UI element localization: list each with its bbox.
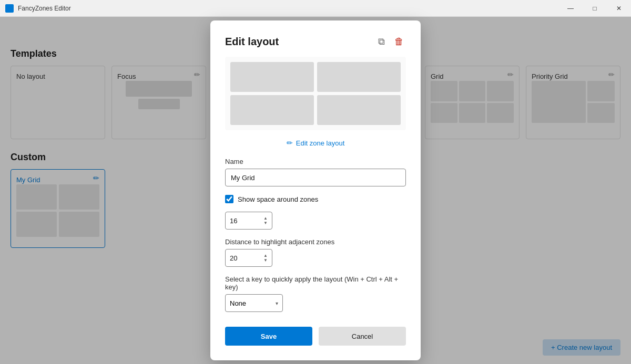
edit-layout-modal: Edit layout ⧉ 🗑 ✏ Edit zone layout Name [210, 20, 421, 360]
app-icon [5, 4, 14, 13]
distance-up-arrow[interactable]: ▲ [263, 254, 268, 258]
modal-action-icons: ⧉ 🗑 [376, 35, 406, 48]
app-area: 1 Templates No layout Focus ✏ [0, 17, 631, 364]
preview-cell-4 [317, 95, 401, 125]
show-space-label: Show space around zones [238, 195, 318, 203]
name-input[interactable] [225, 169, 406, 186]
copy-layout-button[interactable]: ⧉ [376, 35, 387, 48]
save-button[interactable]: Save [225, 327, 312, 346]
space-up-arrow[interactable]: ▲ [263, 216, 268, 221]
name-label: Name [225, 158, 406, 165]
delete-layout-button[interactable]: 🗑 [392, 35, 406, 48]
key-select-value: None [230, 299, 246, 307]
cancel-button[interactable]: Cancel [319, 327, 406, 346]
distance-down-arrow[interactable]: ▼ [263, 258, 268, 263]
modal-header: Edit layout ⧉ 🗑 [225, 35, 406, 48]
key-select[interactable]: None ▾ [225, 294, 283, 312]
modal-title: Edit layout [225, 36, 279, 48]
minimize-button[interactable]: — [558, 0, 583, 17]
modal-footer: Save Cancel [225, 327, 406, 346]
app-title: FancyZones Editor [18, 5, 71, 12]
key-select-label: Select a key to quickly apply the layout… [225, 275, 406, 291]
preview-cell-2 [317, 62, 401, 92]
space-arrows: ▲ ▼ [263, 216, 268, 225]
close-button[interactable]: ✕ [607, 0, 631, 17]
space-spinner[interactable]: 16 ▲ ▼ [225, 212, 272, 230]
space-spinner-container: 16 ▲ ▼ [225, 212, 406, 230]
titlebar: FancyZones Editor — □ ✕ [0, 0, 631, 17]
layout-preview [225, 57, 406, 130]
maximize-button[interactable]: □ [583, 0, 607, 17]
space-value: 16 [230, 217, 237, 225]
titlebar-left: FancyZones Editor [5, 4, 71, 13]
distance-value: 20 [230, 254, 237, 262]
modal-overlay: Edit layout ⧉ 🗑 ✏ Edit zone layout Name [0, 17, 631, 364]
preview-cell-1 [230, 62, 314, 92]
distance-spinner-container: 20 ▲ ▼ [225, 249, 406, 267]
edit-zone-layout-label: Edit zone layout [296, 139, 345, 147]
edit-pencil-icon: ✏ [287, 139, 293, 147]
edit-zone-layout-link[interactable]: ✏ Edit zone layout [225, 139, 406, 147]
preview-cell-3 [230, 95, 314, 125]
space-down-arrow[interactable]: ▼ [263, 221, 268, 225]
show-space-row: Show space around zones [225, 195, 406, 203]
distance-spinner[interactable]: 20 ▲ ▼ [225, 249, 272, 267]
chevron-down-icon: ▾ [276, 300, 278, 306]
titlebar-controls: — □ ✕ [558, 0, 631, 17]
distance-label: Distance to highlight adjacent zones [225, 238, 406, 246]
distance-arrows: ▲ ▼ [263, 254, 268, 263]
show-space-checkbox[interactable] [225, 195, 233, 203]
